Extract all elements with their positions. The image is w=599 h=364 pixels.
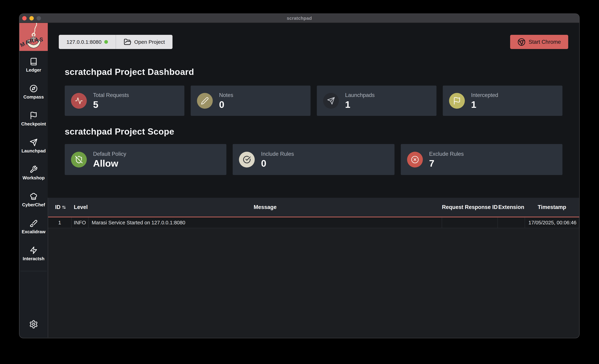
proxy-control: 127.0.0.1:8080 Open Project — [59, 35, 173, 49]
lightning-icon — [30, 246, 38, 254]
dashboard-cards: Total Requests 5 Notes 0 Launchpads 1 — [65, 86, 563, 116]
column-header-id[interactable]: ID — [48, 198, 71, 217]
table-row[interactable]: 1 INFO Marasi Service Started on 127.0.0… — [48, 217, 579, 228]
gear-icon — [29, 320, 38, 329]
card-launchpads: Launchpads 1 — [317, 86, 436, 116]
card-value: 0 — [219, 99, 233, 110]
card-include-rules: Include Rules 0 — [233, 144, 394, 175]
sidebar-item-label: Compass — [23, 94, 44, 100]
table-header-row: ID Level Message Request Response ID Ext… — [48, 198, 579, 217]
start-chrome-label: Start Chrome — [529, 39, 561, 45]
flag-icon — [449, 93, 465, 109]
open-project-label: Open Project — [134, 39, 165, 45]
open-project-button[interactable]: Open Project — [116, 35, 173, 49]
settings-button[interactable] — [29, 320, 38, 329]
compass-icon — [30, 85, 38, 93]
cell-request-response-id — [442, 217, 498, 228]
cell-timestamp: 17/05/2025, 00:06:46 — [525, 217, 579, 228]
card-label: Exclude Rules — [429, 151, 464, 157]
sort-arrows-icon — [62, 205, 66, 209]
titlebar: scratchpad — [19, 14, 579, 23]
brush-icon — [30, 219, 38, 227]
card-label: Launchpads — [345, 92, 375, 98]
column-header-timestamp[interactable]: Timestamp — [525, 198, 579, 217]
folder-open-icon — [124, 38, 131, 46]
column-header-extension[interactable]: Extension — [498, 198, 525, 217]
sidebar-item-workshop[interactable]: Workshop — [19, 165, 48, 181]
card-label: Intercepted — [471, 92, 498, 98]
card-total-requests: Total Requests 5 — [65, 86, 184, 116]
card-value: 1 — [471, 99, 498, 110]
sidebar-divider — [20, 271, 47, 271]
chrome-icon — [518, 38, 526, 46]
sidebar-item-launchpad[interactable]: Launchpad — [19, 138, 48, 154]
paper-plane-icon — [323, 93, 339, 109]
sidebar-item-interactsh[interactable]: Interactsh — [19, 246, 48, 261]
log-table: ID Level Message Request Response ID Ext… — [48, 198, 579, 228]
wrench-icon — [30, 165, 38, 173]
marasi-logo: MARASI — [19, 23, 48, 51]
toolbar: 127.0.0.1:8080 Open Project Start Chrome — [59, 35, 568, 49]
column-header-message[interactable]: Message — [88, 198, 442, 217]
pencil-icon — [197, 93, 213, 109]
cell-extension — [498, 217, 525, 228]
check-circle-icon — [239, 152, 255, 168]
paper-plane-icon — [30, 138, 38, 146]
app-window: scratchpad MARASI — [19, 14, 579, 338]
sidebar-item-checkpoint[interactable]: Checkpoint — [19, 111, 48, 127]
minimize-button[interactable] — [29, 16, 34, 20]
sidebar-item-compass[interactable]: Compass — [19, 85, 48, 100]
sidebar: MARASI Ledger Compass Checkpoint — [19, 23, 48, 337]
scope-title: scratchpad Project Scope — [65, 127, 579, 136]
flag-icon — [30, 111, 38, 120]
shield-off-icon — [71, 152, 87, 168]
card-value: 5 — [93, 99, 129, 110]
window-controls — [22, 14, 41, 23]
proxy-address: 127.0.0.1:8080 — [66, 39, 101, 45]
card-value: 7 — [429, 158, 464, 168]
card-notes: Notes 0 — [191, 86, 310, 116]
book-icon — [30, 58, 38, 66]
card-value: 1 — [345, 99, 375, 110]
sidebar-item-excalidraw[interactable]: Excalidraw — [19, 219, 48, 234]
sidebar-item-label: Checkpoint — [21, 121, 46, 127]
column-label: ID — [55, 204, 61, 210]
column-header-level[interactable]: Level — [71, 198, 88, 217]
sidebar-item-label: Ledger — [26, 67, 41, 73]
cell-message: Marasi Service Started on 127.0.0.1:8080 — [88, 217, 442, 228]
sidebar-item-label: Launchpad — [22, 148, 46, 154]
main-content: 127.0.0.1:8080 Open Project Start Chrome… — [48, 23, 579, 337]
card-label: Notes — [219, 92, 233, 98]
column-header-request-response-id[interactable]: Request Response ID — [442, 198, 498, 217]
sidebar-item-ledger[interactable]: Ledger — [19, 58, 48, 73]
sidebar-item-label: Workshop — [23, 175, 45, 181]
scope-cards: Default Policy Allow Include Rules 0 Exc… — [65, 144, 563, 175]
sidebar-nav: Ledger Compass Checkpoint Launchpad Work… — [19, 58, 48, 261]
window-title: scratchpad — [287, 16, 312, 21]
card-default-policy: Default Policy Allow — [65, 144, 226, 175]
card-label: Default Policy — [93, 151, 126, 157]
card-label: Include Rules — [261, 151, 294, 157]
log-table-container: ID Level Message Request Response ID Ext… — [48, 198, 579, 337]
sidebar-item-cyberchef[interactable]: CyberChef — [19, 192, 48, 208]
card-value: Allow — [93, 158, 126, 168]
proxy-address-button[interactable]: 127.0.0.1:8080 — [59, 35, 116, 49]
chef-hat-icon — [30, 192, 38, 200]
card-exclude-rules: Exclude Rules 7 — [401, 144, 563, 175]
activity-icon — [71, 93, 87, 109]
zoom-button[interactable] — [36, 16, 41, 20]
close-button[interactable] — [22, 16, 26, 20]
cell-level: INFO — [71, 217, 88, 228]
sidebar-item-label: CyberChef — [22, 202, 45, 208]
cell-id: 1 — [48, 217, 71, 228]
sidebar-item-label: Interactsh — [23, 256, 44, 261]
card-label: Total Requests — [93, 92, 129, 98]
card-intercepted: Intercepted 1 — [443, 86, 563, 116]
x-circle-icon — [407, 152, 423, 168]
card-value: 0 — [261, 158, 294, 168]
sidebar-item-label: Excalidraw — [22, 229, 45, 234]
dashboard-title: scratchpad Project Dashboard — [65, 67, 579, 77]
online-status-dot — [104, 40, 108, 44]
start-chrome-button[interactable]: Start Chrome — [510, 35, 568, 49]
